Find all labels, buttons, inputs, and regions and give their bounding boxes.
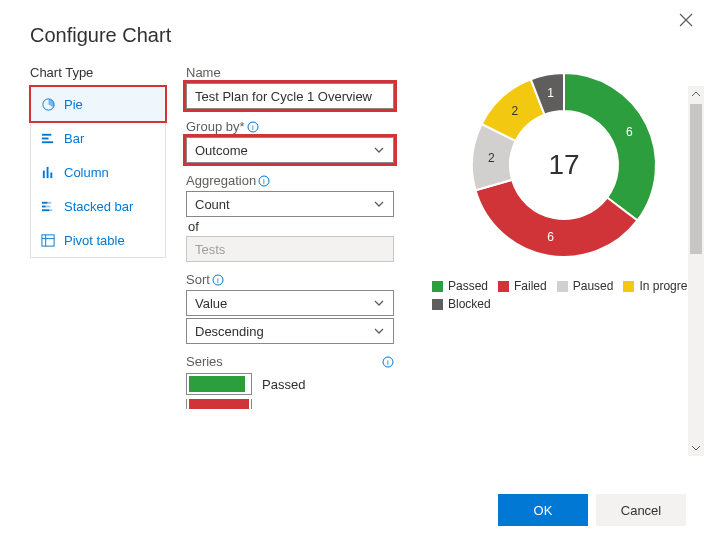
name-input[interactable]: Test Plan for Cycle 1 Overview: [186, 83, 394, 109]
scroll-down-arrow[interactable]: [688, 440, 704, 456]
legend-item: Passed: [432, 279, 488, 293]
svg-rect-8: [48, 201, 52, 203]
sort-field-select[interactable]: Value: [186, 290, 394, 316]
close-button[interactable]: [678, 12, 694, 28]
legend-item: Failed: [498, 279, 547, 293]
donut-total: 17: [464, 65, 664, 265]
series-color-picker[interactable]: [186, 373, 252, 395]
info-icon[interactable]: i: [382, 356, 394, 368]
chart-type-item-label: Column: [64, 165, 109, 180]
chevron-down-icon: [373, 198, 385, 210]
name-label: Name: [186, 65, 394, 80]
chart-type-item-label: Pie: [64, 97, 83, 112]
bar-icon: [41, 131, 56, 146]
svg-rect-12: [49, 209, 52, 211]
svg-text:i: i: [387, 358, 389, 367]
chart-type-item-label: Pivot table: [64, 233, 125, 248]
svg-rect-3: [42, 141, 53, 143]
info-icon[interactable]: i: [212, 274, 224, 286]
svg-rect-4: [43, 170, 45, 178]
chevron-down-icon: [373, 144, 385, 156]
info-icon[interactable]: i: [247, 121, 259, 133]
vertical-scrollbar[interactable]: [688, 86, 704, 456]
color-swatch: [189, 399, 249, 409]
svg-rect-7: [42, 201, 48, 203]
scroll-thumb[interactable]: [690, 104, 702, 254]
svg-rect-5: [47, 166, 49, 177]
ok-button[interactable]: OK: [498, 494, 588, 526]
chart-type-stacked-bar[interactable]: Stacked bar: [31, 189, 165, 223]
pie-icon: [41, 97, 56, 112]
chart-type-item-label: Stacked bar: [64, 199, 133, 214]
aggregation-label: Aggregation i: [186, 173, 394, 188]
aggregation-select[interactable]: Count: [186, 191, 394, 217]
of-label: of: [188, 219, 394, 234]
stacked-bar-icon: [41, 199, 56, 214]
chevron-down-icon: [373, 297, 385, 309]
svg-rect-1: [42, 133, 51, 135]
svg-text:i: i: [217, 276, 219, 285]
of-field: Tests: [186, 236, 394, 262]
cancel-button[interactable]: Cancel: [596, 494, 686, 526]
chart-type-label: Chart Type: [30, 65, 166, 80]
svg-rect-13: [42, 234, 54, 245]
pivot-table-icon: [41, 233, 56, 248]
svg-rect-11: [42, 209, 50, 211]
series-color-picker[interactable]: [186, 399, 252, 409]
series-name: Passed: [262, 377, 305, 392]
info-icon[interactable]: i: [258, 175, 270, 187]
group-by-select[interactable]: Outcome: [186, 137, 394, 163]
color-swatch: [189, 376, 245, 392]
svg-rect-9: [42, 205, 46, 207]
legend-item: Paused: [557, 279, 614, 293]
chart-type-pie[interactable]: Pie: [31, 87, 165, 121]
dialog-title: Configure Chart: [0, 0, 708, 65]
series-label: Series i: [186, 354, 394, 369]
chevron-down-icon: [373, 325, 385, 337]
chart-type-pivot-table[interactable]: Pivot table: [31, 223, 165, 257]
svg-rect-2: [42, 137, 49, 139]
sort-direction-select[interactable]: Descending: [186, 318, 394, 344]
group-by-label: Group by* i: [186, 119, 394, 134]
svg-rect-10: [46, 205, 51, 207]
chart-type-bar[interactable]: Bar: [31, 121, 165, 155]
legend-item: Blocked: [432, 297, 491, 311]
sort-label: Sort i: [186, 272, 394, 287]
scroll-up-arrow[interactable]: [688, 86, 704, 102]
column-icon: [41, 165, 56, 180]
donut-chart: 17 66221: [464, 65, 664, 265]
chart-type-column[interactable]: Column: [31, 155, 165, 189]
svg-rect-6: [50, 172, 52, 178]
svg-text:i: i: [252, 123, 254, 132]
chart-type-item-label: Bar: [64, 131, 84, 146]
chart-type-list: Pie Bar Column Stacked bar: [30, 86, 166, 258]
chart-legend: PassedFailedPausedIn progressBlocked: [428, 279, 700, 311]
svg-text:i: i: [263, 177, 265, 186]
